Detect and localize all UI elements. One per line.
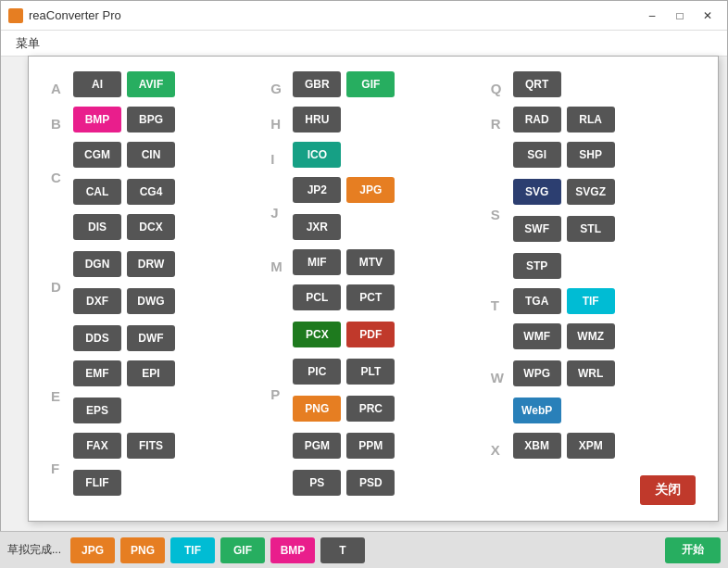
format-WRL[interactable]: WRL [567, 360, 615, 386]
format-JPG[interactable]: JPG [346, 177, 395, 203]
format-SWF[interactable]: SWF [513, 216, 561, 242]
format-DIS[interactable]: DIS [73, 214, 121, 240]
format-FAX[interactable]: FAX [73, 433, 121, 459]
bottom-more-button[interactable]: T [320, 537, 365, 563]
format-DRW[interactable]: DRW [127, 251, 175, 277]
format-XPM[interactable]: XPM [567, 433, 615, 459]
format-CG4[interactable]: CG4 [127, 179, 175, 205]
section-c: C CGM CIN CAL CG4 [51, 142, 256, 210]
format-STL[interactable]: STL [567, 216, 615, 242]
bottom-gif-button[interactable]: GIF [220, 537, 265, 563]
format-WebP[interactable]: WebP [513, 398, 561, 423]
format-WPG[interactable]: WPG [513, 360, 561, 386]
format-PRC[interactable]: PRC [346, 396, 395, 422]
format-RLA[interactable]: RLA [567, 107, 615, 133]
format-CAL[interactable]: CAL [73, 179, 121, 205]
format-row-d1: DIS DCX [73, 214, 175, 240]
format-BPG[interactable]: BPG [127, 107, 175, 133]
format-BMP[interactable]: BMP [73, 107, 121, 133]
format-PCL[interactable]: PCL [293, 284, 341, 310]
format-row-c1: CGM CIN [73, 142, 175, 168]
format-SGI[interactable]: SGI [513, 142, 561, 168]
format-CGM[interactable]: CGM [73, 142, 121, 168]
format-GBR[interactable]: GBR [293, 71, 341, 97]
format-DCX[interactable]: DCX [127, 214, 175, 240]
maximize-button[interactable]: □ [668, 6, 692, 25]
format-PGM[interactable]: PGM [293, 433, 341, 459]
format-EPS[interactable]: EPS [73, 398, 121, 423]
section-f: F FAX FITS FLIF [51, 433, 256, 501]
section-q: Q QRT [491, 71, 696, 103]
app-icon [8, 8, 23, 23]
format-MIF[interactable]: MIF [293, 249, 341, 275]
format-AVIF[interactable]: AVIF [127, 71, 175, 97]
section-i: I ICO [270, 142, 475, 173]
format-TIF[interactable]: TIF [567, 288, 615, 314]
section-j: J JP2 JPG JXR [270, 177, 475, 246]
format-DXF[interactable]: DXF [73, 288, 121, 314]
format-JXR[interactable]: JXR [293, 214, 341, 240]
format-row-s1: SGI SHP [513, 142, 615, 168]
format-row-p2: PCX PDF [293, 322, 395, 347]
section-h: H HRU [270, 107, 475, 138]
format-PSD[interactable]: PSD [346, 470, 395, 496]
main-window: reaConverter Pro – □ ✕ 菜单 A AI AVIF [0, 0, 728, 568]
dialog-close-button[interactable]: 关闭 [640, 475, 696, 505]
format-QRT[interactable]: QRT [513, 71, 561, 97]
format-row-t: TGA TIF [513, 288, 615, 314]
format-DWF[interactable]: DWF [127, 325, 175, 351]
close-window-button[interactable]: ✕ [696, 6, 720, 25]
format-DWG[interactable]: DWG [127, 288, 175, 314]
format-row-w2: WPG WRL [513, 360, 615, 386]
format-row-e1: EMF EPI [73, 360, 175, 386]
format-PS[interactable]: PS [293, 470, 341, 496]
minimize-button[interactable]: – [640, 6, 664, 25]
format-PNG[interactable]: PNG [293, 396, 341, 422]
format-HRU[interactable]: HRU [293, 107, 341, 133]
format-row-p3: PIC PLT [293, 359, 395, 385]
format-RAD[interactable]: RAD [513, 107, 561, 133]
bottom-bar: 草拟完成... JPG PNG TIF GIF BMP T 开始 [0, 531, 728, 568]
bottom-png-button[interactable]: PNG [120, 537, 165, 563]
format-row-m: MIF MTV [293, 249, 395, 275]
section-p: P PCL PCT PCX PDF PIC PLT [270, 284, 475, 501]
format-AI[interactable]: AI [73, 71, 121, 97]
bottom-bmp-button[interactable]: BMP [270, 537, 315, 563]
titlebar: reaConverter Pro – □ ✕ [1, 1, 727, 31]
format-FLIF[interactable]: FLIF [73, 470, 121, 496]
format-JP2[interactable]: JP2 [293, 177, 341, 203]
format-DGN[interactable]: DGN [73, 251, 121, 277]
format-STP[interactable]: STP [513, 253, 561, 279]
format-EMF[interactable]: EMF [73, 360, 121, 386]
format-CIN[interactable]: CIN [127, 142, 175, 168]
format-XBM[interactable]: XBM [513, 433, 561, 459]
format-WMZ[interactable]: WMZ [567, 323, 615, 349]
section-r: R RAD RLA [491, 107, 696, 138]
format-PPM[interactable]: PPM [346, 433, 395, 459]
section-m: M MIF MTV [270, 249, 475, 281]
start-button[interactable]: 开始 [665, 537, 721, 563]
menu-item-main[interactable]: 菜单 [8, 32, 47, 56]
format-EPI[interactable]: EPI [127, 360, 175, 386]
format-PCT[interactable]: PCT [346, 284, 395, 310]
format-SVGZ[interactable]: SVGZ [567, 179, 615, 205]
format-PLT[interactable]: PLT [346, 359, 395, 385]
section-x: X XBM XPM [491, 433, 696, 464]
format-ICO[interactable]: ICO [293, 142, 341, 168]
format-SHP[interactable]: SHP [567, 142, 615, 168]
format-SVG[interactable]: SVG [513, 179, 561, 205]
format-row-p4: PNG PRC [293, 396, 395, 422]
format-PCX[interactable]: PCX [293, 322, 341, 347]
format-MTV[interactable]: MTV [346, 249, 395, 275]
format-GIF[interactable]: GIF [346, 71, 395, 97]
section-w: W WMF WMZ WPG WRL WebP [491, 323, 696, 429]
format-TGA[interactable]: TGA [513, 288, 561, 314]
format-DDS[interactable]: DDS [73, 325, 121, 351]
bottom-tif-button[interactable]: TIF [170, 537, 215, 563]
format-WMF[interactable]: WMF [513, 323, 561, 349]
format-PIC[interactable]: PIC [293, 359, 341, 385]
format-PDF[interactable]: PDF [346, 322, 395, 347]
bottom-jpg-button[interactable]: JPG [70, 537, 115, 563]
format-FITS[interactable]: FITS [127, 433, 175, 459]
format-row-e2: EPS [73, 398, 175, 423]
